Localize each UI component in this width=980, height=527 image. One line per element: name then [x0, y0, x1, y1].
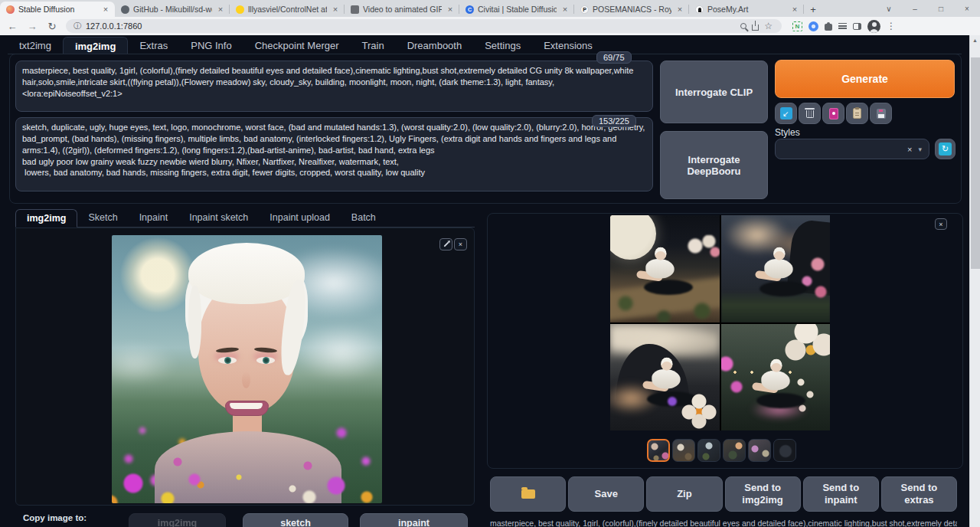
forward-button[interactable]: → [26, 21, 38, 32]
save-button[interactable]: Save [568, 476, 644, 512]
tab-close-icon[interactable]: × [101, 5, 110, 14]
interrogate-deepbooru-button[interactable]: Interrogate DeepBooru [660, 131, 768, 199]
tab-close-icon[interactable]: × [446, 5, 455, 14]
flowers [684, 235, 720, 261]
bookmark-star-icon[interactable]: ☆ [764, 21, 773, 31]
sitting-figure [644, 361, 688, 394]
copy-to-sketch-button[interactable]: sketch [243, 513, 348, 527]
address-bar[interactable]: ⓘ 127.0.0.1:7860 ☆ [66, 19, 782, 33]
remove-image-button[interactable]: × [454, 238, 467, 250]
save-style-button[interactable] [870, 103, 892, 124]
profile-avatar[interactable] [867, 20, 880, 33]
browser-tab-stable-diffusion[interactable]: Stable Diffusion × [0, 2, 115, 17]
side-panel-icon[interactable] [853, 23, 861, 30]
paste-params-button[interactable]: ↙ [775, 103, 797, 124]
share-icon[interactable] [752, 25, 759, 31]
image-tool-buttons: × [439, 238, 467, 250]
gallery-thumbnail-4[interactable] [723, 439, 746, 462]
refresh-styles-button[interactable]: ↻ [935, 139, 956, 159]
trash-icon [806, 110, 814, 118]
clear-prompt-button[interactable] [799, 103, 821, 124]
prompt-input[interactable]: masterpiece, best quality, 1girl, (color… [15, 61, 653, 112]
tab-checkpoint-merger[interactable]: Checkpoint Merger [243, 37, 351, 54]
mode-tab-inpaint-upload[interactable]: Inpaint upload [259, 209, 341, 227]
send-to-inpaint-button[interactable]: Send to inpaint [803, 476, 879, 512]
tab-txt2img[interactable]: txt2img [8, 37, 63, 54]
tab-extras[interactable]: Extras [128, 37, 179, 54]
negative-prompt-input[interactable]: sketch, duplicate, ugly, huge eyes, text… [15, 117, 653, 191]
tab-img2img[interactable]: img2img [63, 37, 128, 54]
generate-button[interactable]: Generate [775, 60, 955, 98]
scrollbar-thumb[interactable] [971, 57, 980, 269]
interrogate-clip-button[interactable]: Interrogate CLIP [660, 61, 768, 123]
img2img-source-image[interactable] [112, 235, 382, 503]
tab-title: Stable Diffusion [18, 5, 97, 14]
tab-dreambooth[interactable]: Dreambooth [396, 37, 474, 54]
tab-extensions[interactable]: Extensions [532, 37, 604, 54]
styles-clear-icon[interactable]: × [907, 145, 912, 154]
tab-close-icon[interactable]: × [675, 5, 684, 14]
page-scrollbar[interactable]: ▲ [969, 35, 980, 527]
apply-style-icon [853, 108, 861, 119]
tab-close-icon[interactable]: × [331, 5, 340, 14]
copy-to-inpaint-button[interactable]: inpaint [360, 513, 468, 527]
edit-image-button[interactable] [439, 238, 452, 250]
reload-button[interactable]: ↻ [46, 21, 58, 32]
extensions-puzzle-icon[interactable] [825, 24, 832, 31]
back-button[interactable]: ← [6, 21, 18, 32]
apply-style-button[interactable] [846, 103, 868, 124]
blue-extension-icon[interactable] [808, 21, 818, 31]
tab-close-icon[interactable]: × [560, 5, 570, 14]
gif-converter-favicon [351, 5, 359, 14]
tab-close-icon[interactable]: × [216, 5, 225, 14]
tab-close-icon[interactable]: × [790, 5, 799, 14]
portrait-smile [225, 401, 269, 416]
save-style-icon [877, 109, 886, 119]
gallery-thumbnail-5[interactable] [748, 439, 771, 462]
night-eye-extension-icon[interactable]: N [792, 21, 802, 31]
scrollbar-up-arrow[interactable]: ▲ [970, 35, 980, 45]
styles-label: Styles [775, 127, 800, 138]
tab-train[interactable]: Train [351, 37, 396, 54]
gallery-thumbnail-2[interactable] [672, 439, 695, 462]
portrait-foreground-flowers [112, 445, 217, 503]
window-close-button[interactable]: × [954, 5, 980, 13]
send-to-img2img-button[interactable]: Send to img2img [725, 476, 801, 512]
mode-tab-sketch[interactable]: Sketch [77, 209, 128, 227]
chevron-down-icon: ▾ [918, 146, 922, 153]
browser-tab-gif-converter[interactable]: Video to animated GIF converter × [345, 2, 459, 17]
mode-tab-img2img[interactable]: img2img [15, 209, 77, 227]
browser-tab-civitai[interactable]: C Civitai | Stable Diffusion model... × [459, 2, 574, 17]
mode-tab-inpaint[interactable]: Inpaint [129, 209, 179, 227]
styles-dropdown[interactable]: × ▾ [775, 139, 929, 159]
browser-tab-posemaniacs[interactable]: P POSEMANIACS - Royalty free 3... × [574, 2, 689, 17]
tab-settings[interactable]: Settings [473, 37, 532, 54]
gallery-thumbnail-6[interactable] [773, 439, 796, 462]
negative-token-counter: 153/225 [592, 115, 636, 127]
mode-tab-inpaint-sketch[interactable]: Inpaint sketch [178, 209, 259, 227]
portrait-eye [218, 357, 237, 364]
gallery-thumbnail-3[interactable] [697, 439, 720, 462]
maximize-button[interactable]: □ [928, 5, 954, 13]
site-info-icon[interactable]: ⓘ [74, 21, 81, 31]
minimize-button[interactable]: – [902, 5, 928, 13]
gallery-thumbnail-1[interactable] [647, 439, 670, 462]
open-folder-button[interactable] [490, 476, 566, 512]
mode-tab-batch[interactable]: Batch [341, 209, 387, 227]
new-tab-button[interactable]: + [804, 2, 822, 17]
browser-tab-posemyart[interactable]: PoseMy.Art × [689, 2, 804, 17]
browser-menu-icon[interactable]: ⋮ [887, 21, 896, 31]
browser-tab-github[interactable]: GitHub - Mikubill/sd-webui-co... × [115, 2, 230, 17]
send-to-extras-button[interactable]: Send to extras [881, 476, 957, 512]
zip-button[interactable]: Zip [646, 476, 722, 512]
url-text[interactable]: 127.0.0.1:7860 [86, 21, 142, 31]
extra-networks-button[interactable] [822, 103, 844, 124]
gallery-close-button[interactable]: × [935, 218, 947, 230]
reading-list-icon[interactable] [838, 23, 847, 29]
browser-tab-controlnet[interactable]: lllyasviel/ControlNet at main × [230, 2, 345, 17]
gallery-result-image[interactable] [610, 215, 830, 430]
zoom-icon[interactable] [740, 23, 746, 29]
main-nav-tabs: txt2img img2img Extras PNG Info Checkpoi… [8, 37, 962, 54]
tab-png-info[interactable]: PNG Info [179, 37, 243, 54]
tab-search-icon[interactable]: ∨ [876, 5, 902, 13]
